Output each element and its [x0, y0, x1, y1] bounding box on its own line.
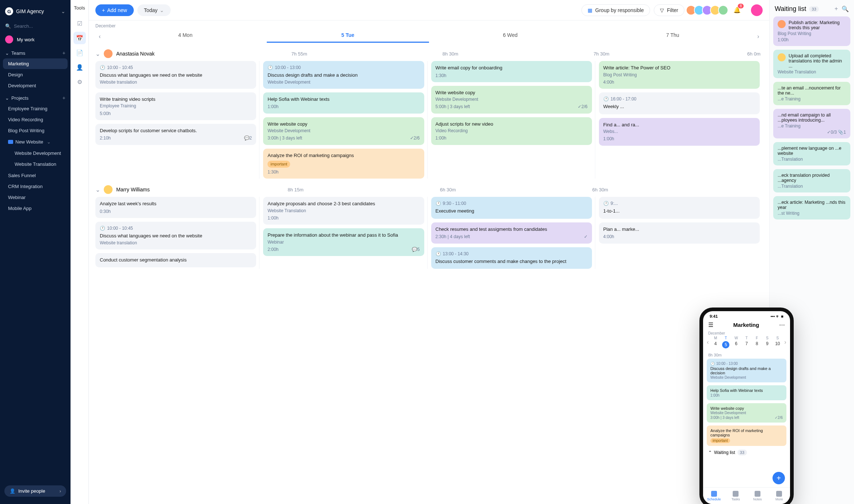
- chevron-up-icon: ⌃: [708, 450, 712, 455]
- notifications-button[interactable]: 🔔 8: [732, 5, 742, 15]
- phone-day[interactable]: T5: [721, 336, 731, 348]
- phone-prev-week[interactable]: ‹: [705, 339, 710, 345]
- phone-waiting-list-toggle[interactable]: ⌃ Waiting list 33: [703, 446, 790, 458]
- phone-day[interactable]: F8: [752, 336, 762, 348]
- next-week-button[interactable]: ›: [754, 33, 763, 40]
- teams-section-header[interactable]: ⌄ Teams +: [0, 46, 71, 58]
- sidebar-project-item[interactable]: Webinar: [3, 192, 68, 203]
- task-hours: 4:00h: [603, 234, 614, 240]
- tool-settings[interactable]: ⚙: [73, 76, 86, 88]
- add-new-button[interactable]: + Add new: [95, 4, 134, 16]
- task-card[interactable]: 🕐13:00 - 14:30Discuss customer comments …: [431, 247, 592, 269]
- workspace-switcher[interactable]: G GIM Agency ⌄: [0, 4, 71, 18]
- task-card[interactable]: 🕐10:00 - 13:00Discuss design drafts and …: [263, 61, 424, 89]
- tool-notes[interactable]: 📄: [73, 46, 86, 59]
- waiting-list-card[interactable]: ...eck translation provided ...agency...…: [773, 169, 850, 192]
- task-card[interactable]: Plan a... marke...4:00h: [599, 222, 760, 244]
- search-waiting-button[interactable]: 🔍: [842, 5, 849, 12]
- phone-tab[interactable]: Tasks: [725, 488, 747, 504]
- phone-tab[interactable]: Notes: [747, 488, 768, 504]
- waiting-list-card[interactable]: ...te an email ...nouncement for the ne.…: [773, 82, 850, 105]
- task-card[interactable]: Find a... and ra...Webs...1:00h: [599, 118, 760, 146]
- projects-section-header[interactable]: ⌄ Projects +: [0, 91, 71, 103]
- sidebar-project-item[interactable]: Video Recording: [3, 114, 68, 125]
- sidebar-project-subitem[interactable]: Website Translation: [3, 159, 68, 169]
- chevron-down-icon[interactable]: ⌄: [95, 50, 100, 57]
- task-card[interactable]: 🕐9:...1-to-1...: [599, 197, 760, 219]
- task-card[interactable]: Analyze last week's results0:30h: [95, 197, 256, 218]
- phone-tab[interactable]: More: [768, 488, 790, 504]
- task-hours: 2:10h: [100, 135, 111, 141]
- tool-people[interactable]: 👤: [73, 61, 86, 73]
- sidebar-folder-new-website[interactable]: New Website ⌄: [3, 137, 68, 147]
- group-by-button[interactable]: ▦ Group by responsible: [581, 4, 650, 16]
- my-work-link[interactable]: My work: [0, 33, 71, 46]
- task-card[interactable]: Write training video scriptsEmployee Tra…: [95, 92, 256, 120]
- task-card[interactable]: Prepare the information about the webina…: [263, 228, 424, 256]
- current-user-avatar[interactable]: [751, 4, 763, 16]
- prev-week-button[interactable]: ‹: [95, 33, 104, 40]
- phone-day[interactable]: M4: [710, 336, 721, 348]
- sidebar-project-item[interactable]: Employee Training: [3, 103, 68, 114]
- sidebar-team-item[interactable]: Design: [3, 69, 68, 80]
- phone-menu-icon[interactable]: ☰: [708, 321, 713, 328]
- filter-button[interactable]: ▽ Filter: [654, 4, 684, 16]
- sidebar-team-item[interactable]: Marketing: [3, 58, 68, 69]
- sidebar-team-item[interactable]: Development: [3, 80, 68, 91]
- phone-more-icon[interactable]: ⋯: [779, 321, 785, 328]
- day-total: [610, 187, 763, 192]
- calendar-scroll[interactable]: ⌄ Anastasia Novak 7h 55m8h 30m7h 30m6h 0…: [89, 43, 769, 504]
- phone-task-card[interactable]: Analyze the ROI of marketing campaignsim…: [707, 425, 786, 446]
- tool-tasks[interactable]: ☑: [73, 17, 86, 30]
- task-card[interactable]: Help Sofia with Webinar texts1:00h: [263, 92, 424, 114]
- invite-people-button[interactable]: 👤 Invite people ›: [4, 485, 66, 497]
- sidebar-project-item[interactable]: Mobile App: [3, 203, 68, 214]
- sidebar-project-item[interactable]: Blog Post Writing: [3, 125, 68, 136]
- phone-task-card[interactable]: Write website copyWebsite Development3:0…: [707, 403, 786, 423]
- search-input[interactable]: 🔍 Search...: [5, 23, 65, 29]
- task-card[interactable]: 🕐10:00 - 10:45Discuss what languages we …: [95, 222, 256, 249]
- phone-task-card[interactable]: Help Sofia with Webinar texts1:00h: [707, 385, 786, 400]
- task-card[interactable]: Adjust scripts for new videoVideo Record…: [431, 117, 592, 145]
- sidebar-project-item[interactable]: CRM Integration: [3, 181, 68, 192]
- task-card[interactable]: Conduct customer segmentation analysis: [95, 253, 256, 268]
- task-card[interactable]: Write email copy for onboarding1:30h: [431, 61, 592, 82]
- task-card[interactable]: 🕐16:00 - 17:00Weekly ...: [599, 92, 760, 114]
- phone-day[interactable]: S9: [762, 336, 772, 348]
- day-header[interactable]: 7 Thu: [592, 30, 754, 43]
- task-card[interactable]: 🕐9:30 - 11:00Executive meeting: [431, 197, 592, 219]
- phone-day[interactable]: W6: [731, 336, 741, 348]
- add-waiting-item-button[interactable]: +: [835, 5, 838, 12]
- phone-next-week[interactable]: ›: [783, 339, 788, 345]
- tool-calendar[interactable]: 📅: [73, 32, 86, 44]
- add-team-button[interactable]: +: [62, 50, 65, 56]
- task-card[interactable]: Check resumes and test assigments from c…: [431, 222, 592, 244]
- task-card[interactable]: 🕐10:00 - 10:45Discuss what languages we …: [95, 61, 256, 89]
- waiting-list-card[interactable]: ...nd email campaign to all ...ployees i…: [773, 109, 850, 138]
- waiting-list-card[interactable]: Publish article: Marketing trends this y…: [773, 16, 850, 46]
- add-project-button[interactable]: +: [62, 95, 65, 101]
- sidebar-project-subitem[interactable]: Website Development: [3, 148, 68, 159]
- phone-add-button[interactable]: +: [773, 472, 785, 484]
- day-header[interactable]: 4 Mon: [104, 30, 267, 43]
- waiting-list-card[interactable]: ...eck article: Marketing ...nds this ye…: [773, 196, 850, 219]
- task-card[interactable]: Write website copyWebsite Development3:0…: [263, 117, 424, 145]
- tab-icon: [755, 491, 760, 497]
- day-header[interactable]: 6 Wed: [429, 30, 592, 43]
- team-avatars[interactable]: [688, 5, 728, 15]
- chevron-down-icon[interactable]: ⌄: [95, 186, 100, 193]
- sidebar-project-item[interactable]: Sales Funnel: [3, 170, 68, 181]
- task-card[interactable]: Write article: The Power of SEOBlog Post…: [599, 61, 760, 89]
- phone-day[interactable]: S10: [773, 336, 783, 348]
- waiting-list-card[interactable]: Upload all completed translations into t…: [773, 50, 850, 78]
- task-card[interactable]: Write website copyWebsite Development5:0…: [431, 86, 592, 114]
- task-card[interactable]: Analyze the ROI of marketing campaignsim…: [263, 149, 424, 179]
- phone-day[interactable]: T7: [741, 336, 752, 348]
- today-button[interactable]: Today ⌄: [137, 4, 171, 16]
- waiting-list-card[interactable]: ...plement new language on ...e website.…: [773, 142, 850, 165]
- phone-task-card[interactable]: 🕐10:00 - 13:00Discuss design drafts and …: [707, 359, 786, 382]
- phone-tab[interactable]: Schedule: [703, 488, 725, 504]
- task-card[interactable]: Analyze proposals and choose 2-3 best ca…: [263, 197, 424, 225]
- task-card[interactable]: Develop scripts for customer service cha…: [95, 124, 256, 145]
- day-header[interactable]: 5 Tue: [267, 30, 429, 43]
